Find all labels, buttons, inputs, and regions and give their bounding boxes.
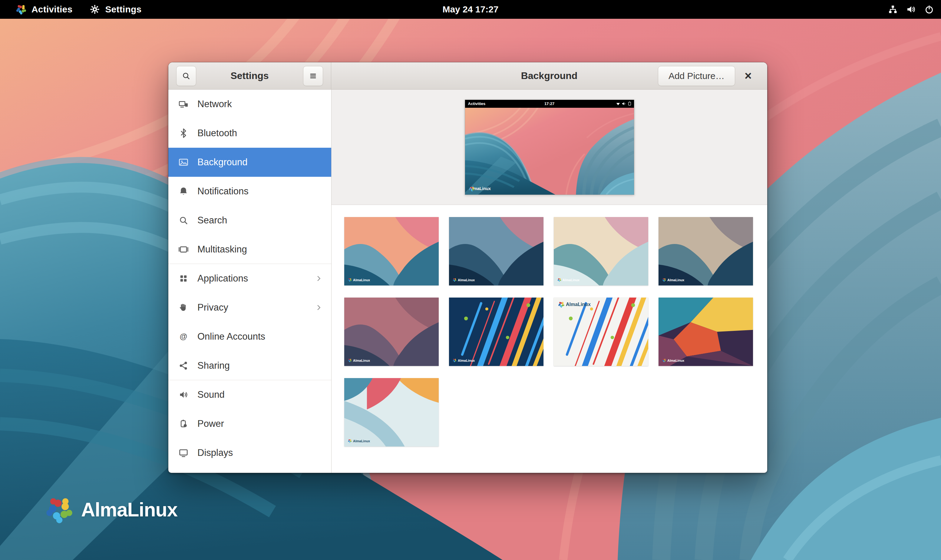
gear-icon xyxy=(89,4,100,15)
wallpaper-grid: AlmaLinuxAlmaLinuxAlmaLinuxAlmaLinuxAlma… xyxy=(344,217,753,446)
network-wired-icon xyxy=(888,4,898,15)
wallpaper-thumbnail-paint-streaks-light[interactable]: AlmaLinux xyxy=(554,298,648,366)
app-menu-label: Settings xyxy=(105,4,142,15)
power-icon xyxy=(178,418,189,429)
activities-label: Activities xyxy=(31,4,72,15)
page-title: Background xyxy=(521,70,578,82)
power-icon xyxy=(924,4,934,15)
current-wallpaper-band: Activities 17:27 AlmaLinux xyxy=(331,89,767,205)
main-headerbar: Background Add Picture… × xyxy=(331,62,767,89)
wallpaper-thumbnail-waves-morning[interactable]: AlmaLinux xyxy=(344,378,439,446)
applications-icon xyxy=(178,273,189,284)
wallpaper-thumbnail-waves-dark[interactable]: AlmaLinux xyxy=(449,217,544,285)
app-menu-button[interactable]: Settings xyxy=(89,4,142,15)
battery-icon xyxy=(628,102,631,106)
sharing-icon xyxy=(178,360,189,371)
privacy-icon xyxy=(178,302,189,313)
search-icon xyxy=(178,215,189,226)
sidebar-item-label: Background xyxy=(197,157,323,168)
sidebar-item-label: Notifications xyxy=(197,186,323,197)
wallpaper-gallery: AlmaLinuxAlmaLinuxAlmaLinuxAlmaLinuxAlma… xyxy=(331,205,767,473)
sidebar-item-label: Power xyxy=(197,418,323,429)
multitasking-icon xyxy=(178,244,189,255)
wallpaper-thumbnail-waves-dusk-gray[interactable]: AlmaLinux xyxy=(659,217,753,285)
sidebar-item-label: Sound xyxy=(197,389,323,400)
sidebar-item-label: Multitasking xyxy=(197,244,323,255)
preview-wallpaper-art: AlmaLinux xyxy=(465,108,634,195)
preview-top-bar: Activities 17:27 xyxy=(465,100,634,108)
hamburger-menu-icon xyxy=(308,71,317,80)
add-picture-button[interactable]: Add Picture… xyxy=(658,66,735,86)
sound-icon xyxy=(178,389,189,400)
sidebar-headerbar: Settings xyxy=(168,62,331,89)
sidebar-title: Settings xyxy=(230,70,268,82)
online-accounts-icon xyxy=(178,331,189,342)
wallpaper-thumbnail-waves-light[interactable]: AlmaLinux xyxy=(554,217,648,285)
clock[interactable]: May 24 17:27 xyxy=(442,4,498,15)
almalinux-mark-icon xyxy=(16,4,27,15)
almalinux-mark-icon xyxy=(45,495,74,524)
wallpaper-thumbnail-waves-mauve[interactable]: AlmaLinux xyxy=(344,298,439,366)
search-button[interactable] xyxy=(176,66,196,86)
sidebar-item-online-accounts[interactable]: Online Accounts xyxy=(168,322,331,351)
current-wallpaper-preview: Activities 17:27 AlmaLinux xyxy=(465,100,634,195)
sidebar-item-applications[interactable]: Applications xyxy=(168,264,331,293)
volume-icon xyxy=(622,102,626,106)
sidebar-item-privacy[interactable]: Privacy xyxy=(168,293,331,322)
chevron-right-icon xyxy=(314,274,323,283)
sidebar-item-label: Bluetooth xyxy=(197,128,323,138)
activities-button[interactable]: Activities xyxy=(16,4,72,15)
sidebar-item-power[interactable]: Power xyxy=(168,409,331,438)
sidebar-item-multitasking[interactable]: Multitasking xyxy=(168,235,331,264)
top-bar: Activities Settings May 24 17:27 xyxy=(0,0,941,19)
sidebar-item-label: Network xyxy=(197,99,323,109)
wallpaper-thumbnail-paint-streaks-dark[interactable]: AlmaLinux xyxy=(449,298,544,366)
sidebar-item-label: Applications xyxy=(197,273,314,284)
notifications-icon xyxy=(178,186,189,197)
sidebar-item-displays[interactable]: Displays xyxy=(168,438,331,468)
displays-icon xyxy=(178,448,189,458)
wifi-icon xyxy=(616,102,620,106)
sidebar-item-search[interactable]: Search xyxy=(168,206,331,235)
settings-window: Settings Background Add Picture… × Netwo… xyxy=(168,62,767,473)
wallpaper-thumbnail-facets-sunset[interactable]: AlmaLinux xyxy=(659,298,753,366)
volume-icon xyxy=(906,4,916,15)
preview-almalinux-logo: AlmaLinux xyxy=(469,186,491,191)
sidebar-item-background[interactable]: Background xyxy=(168,148,331,177)
sidebar-item-sound[interactable]: Sound xyxy=(168,380,331,409)
wallpaper-thumbnail-waves-day[interactable]: AlmaLinux xyxy=(344,217,439,285)
chevron-right-icon xyxy=(314,303,323,312)
preview-clock: 17:27 xyxy=(544,102,554,106)
sidebar-item-network[interactable]: Network xyxy=(168,89,331,118)
background-panel: Activities 17:27 AlmaLinux xyxy=(331,89,767,473)
sidebar-item-label: Online Accounts xyxy=(197,331,323,342)
close-window-button[interactable]: × xyxy=(739,66,757,86)
search-icon xyxy=(182,71,191,80)
system-status-area[interactable] xyxy=(888,0,934,19)
almalinux-mark-icon xyxy=(469,186,475,192)
sidebar: NetworkBluetoothBackgroundNotificationsS… xyxy=(168,89,331,473)
sidebar-item-bluetooth[interactable]: Bluetooth xyxy=(168,118,331,148)
sidebar-item-label: Sharing xyxy=(197,360,323,371)
sidebar-item-label: Displays xyxy=(197,448,323,458)
sidebar-item-label: Search xyxy=(197,215,323,226)
sidebar-item-sharing[interactable]: Sharing xyxy=(168,351,331,380)
desktop-logo-text: AlmaLinux xyxy=(81,498,177,521)
sidebar-item-notifications[interactable]: Notifications xyxy=(168,177,331,206)
sidebar-item-label: Privacy xyxy=(197,302,314,313)
preview-activities-label: Activities xyxy=(468,102,486,106)
bluetooth-icon xyxy=(178,128,189,138)
network-icon xyxy=(178,99,189,109)
desktop-almalinux-logo: AlmaLinux xyxy=(45,495,177,524)
background-icon xyxy=(178,157,189,168)
primary-menu-button[interactable] xyxy=(303,66,323,86)
